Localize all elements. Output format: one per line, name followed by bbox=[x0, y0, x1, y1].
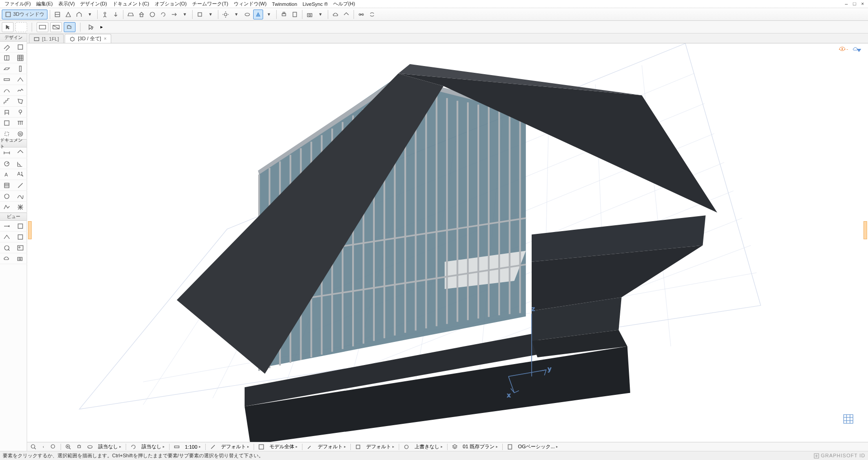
zoom-prev-button[interactable]: ‹ bbox=[40, 443, 47, 451]
marquee-button[interactable] bbox=[15, 22, 27, 32]
wall-tool[interactable] bbox=[0, 42, 14, 52]
shell-tool[interactable] bbox=[0, 85, 14, 96]
orient-widget[interactable] bbox=[853, 46, 865, 54]
layer-icon[interactable] bbox=[450, 443, 459, 451]
menu-edit[interactable]: 編集(E) bbox=[33, 0, 56, 8]
partial-display-button[interactable] bbox=[257, 443, 266, 451]
menu-file[interactable]: ファイル(F) bbox=[2, 0, 33, 8]
walk-button[interactable] bbox=[100, 9, 110, 19]
menu-twinmotion[interactable]: Twinmotion bbox=[269, 0, 300, 8]
zoom-combo[interactable]: 該当なし▸ bbox=[96, 443, 123, 450]
camera-button[interactable] bbox=[305, 9, 315, 19]
zoom-in-button[interactable] bbox=[64, 443, 73, 451]
penset-combo[interactable]: デフォルト▸ bbox=[364, 443, 396, 450]
label-tool[interactable]: A1 bbox=[14, 169, 27, 180]
section-view-tool[interactable] bbox=[0, 221, 14, 232]
toolbox-document-header[interactable]: ドキュメント bbox=[0, 139, 27, 147]
shade-solid-button[interactable] bbox=[253, 9, 263, 19]
sync-button[interactable] bbox=[367, 9, 377, 19]
window-tool[interactable] bbox=[0, 52, 14, 63]
radial-dim-tool[interactable] bbox=[0, 158, 14, 169]
zoom-out-button[interactable] bbox=[29, 443, 38, 451]
roof-tool[interactable] bbox=[14, 74, 27, 85]
orbit-button[interactable] bbox=[85, 443, 94, 451]
morph-tool[interactable] bbox=[14, 96, 27, 107]
link-button[interactable] bbox=[356, 9, 366, 19]
circle-tool[interactable] bbox=[0, 191, 14, 202]
object-tool[interactable] bbox=[0, 107, 14, 118]
stair-tool[interactable] bbox=[0, 96, 14, 107]
navigate-button[interactable] bbox=[169, 9, 179, 19]
menu-teamwork[interactable]: チームワーク(T) bbox=[189, 0, 231, 8]
column-tool[interactable] bbox=[14, 63, 27, 74]
menu-window[interactable]: ウィンドウ(W) bbox=[231, 0, 269, 8]
slab-tool[interactable] bbox=[0, 63, 14, 74]
refresh-button[interactable] bbox=[158, 9, 168, 19]
penset-icon[interactable] bbox=[354, 443, 363, 451]
toolbox-design-header[interactable]: デザイン bbox=[0, 33, 27, 42]
display-combo[interactable]: デフォルト▸ bbox=[219, 443, 251, 450]
beam-tool[interactable] bbox=[0, 74, 14, 85]
mesh-tool[interactable] bbox=[14, 85, 27, 96]
tab-3d-all[interactable]: [3D / 全て] × bbox=[65, 34, 111, 43]
show-hidden-button[interactable] bbox=[242, 9, 252, 19]
scale-combo[interactable]: 1:100▸ bbox=[183, 444, 203, 450]
dimension-tool[interactable] bbox=[0, 147, 14, 158]
scale-icon-button[interactable] bbox=[172, 443, 181, 451]
geo-mode-1[interactable] bbox=[37, 22, 48, 32]
pan-button[interactable] bbox=[75, 443, 84, 451]
orient-combo[interactable]: 該当なし▸ bbox=[140, 443, 166, 450]
railing-tool[interactable] bbox=[14, 118, 27, 128]
tab-floorplan[interactable]: [1. 1FL] bbox=[29, 34, 64, 43]
minimize-button[interactable]: – bbox=[844, 1, 849, 6]
dropdown-3[interactable]: ▾ bbox=[206, 9, 216, 19]
close-button[interactable]: × bbox=[860, 1, 865, 6]
zoom-fit-button[interactable] bbox=[49, 443, 58, 451]
drawing-tool[interactable] bbox=[14, 202, 27, 213]
cloud-home-button[interactable] bbox=[341, 9, 351, 19]
menu-livesync[interactable]: LiveSync ® bbox=[300, 0, 330, 8]
zoom-level-button[interactable] bbox=[208, 443, 217, 451]
angle-dim-tool[interactable] bbox=[14, 158, 27, 169]
3d-viewport[interactable]: z y x ---- bbox=[27, 43, 868, 442]
zone-tool[interactable] bbox=[0, 118, 14, 128]
polyline-tool[interactable] bbox=[0, 202, 14, 213]
panel-handle-right[interactable] bbox=[863, 221, 867, 239]
gravity-button[interactable] bbox=[111, 9, 121, 19]
maximize-button[interactable]: □ bbox=[852, 1, 857, 6]
rotate-button[interactable] bbox=[129, 443, 138, 451]
menu-view[interactable]: 表示(V) bbox=[56, 0, 78, 8]
dropdown-2[interactable]: ▾ bbox=[180, 9, 190, 19]
image-tool[interactable] bbox=[14, 242, 27, 253]
geo-mode-3[interactable] bbox=[64, 22, 75, 32]
override-combo[interactable]: 上書きなし▸ bbox=[413, 443, 444, 450]
layer-combo[interactable]: 01 既存プラン▸ bbox=[461, 443, 500, 450]
mvo-icon[interactable] bbox=[505, 443, 514, 451]
section-button[interactable] bbox=[63, 9, 73, 19]
light-tool[interactable] bbox=[14, 107, 27, 118]
home-icon-button[interactable] bbox=[137, 9, 146, 19]
change-tool[interactable] bbox=[0, 253, 14, 264]
arrow-tool-button[interactable] bbox=[2, 22, 14, 32]
interior-elev-tool[interactable] bbox=[0, 232, 14, 242]
cube-drop-button[interactable] bbox=[195, 9, 205, 19]
menu-design[interactable]: デザイン(D) bbox=[77, 0, 109, 8]
perspective-button[interactable] bbox=[126, 9, 136, 19]
panel-handle-left[interactable] bbox=[28, 221, 32, 239]
menu-document[interactable]: ドキュメント(C) bbox=[110, 0, 152, 8]
curtainwall-tool[interactable] bbox=[14, 52, 27, 63]
dropdown-sub[interactable]: ▸ bbox=[99, 22, 105, 32]
toolbox-view-header[interactable]: ビュー bbox=[0, 213, 27, 221]
geo-mode-2[interactable] bbox=[50, 22, 62, 32]
level-dim-tool[interactable] bbox=[14, 147, 27, 158]
fill-tool[interactable] bbox=[0, 180, 14, 191]
dropdown-6[interactable]: ▾ bbox=[316, 9, 326, 19]
floorplan-button[interactable] bbox=[52, 9, 62, 19]
sun-button[interactable] bbox=[221, 9, 231, 19]
camera-tool[interactable] bbox=[14, 253, 27, 264]
dropdown-5[interactable]: ▾ bbox=[264, 9, 274, 19]
override-icon[interactable] bbox=[402, 443, 411, 451]
renovation-combo[interactable]: デフォルト▸ bbox=[316, 443, 348, 450]
elevation-view-tool[interactable] bbox=[14, 221, 27, 232]
mvo-combo[interactable]: OGベーシック...▸ bbox=[516, 443, 560, 450]
